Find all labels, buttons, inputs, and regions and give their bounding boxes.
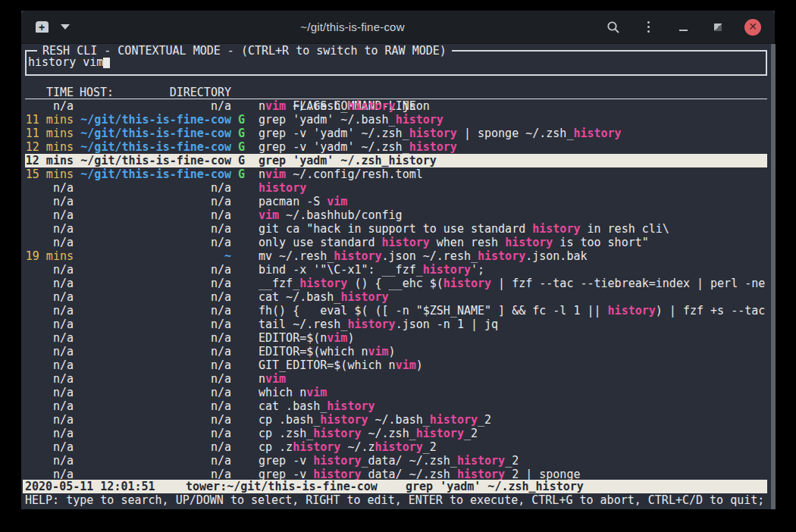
row-command: grep -v 'yadm' ~/.zsh_history [259,140,767,154]
row-flags [238,277,252,290]
history-row[interactable]: n/an/anvim [25,372,767,386]
row-flags [238,427,252,440]
row-flags [238,318,252,331]
history-row[interactable]: n/an/aEDITOR=$(which nvim) [25,345,767,358]
row-command: bind -x '"\C-x1": __fzf_history'; [259,263,767,277]
row-command: only use standard history when resh hist… [259,236,767,249]
row-flags [238,386,252,399]
menu-button[interactable] [640,19,657,36]
row-directory: ~/git/this-is-fine-cow [80,140,231,154]
row-time: n/a [25,290,74,304]
row-directory: n/a [80,318,231,331]
row-command: cat .bash_history [259,399,767,413]
header-directory: DIRECTORY [170,86,231,99]
history-row[interactable]: n/an/acp .zsh_history ~/.zsh_history_2 [25,427,767,440]
row-flags [238,440,252,454]
terminal-window: + ~/git/this-is-fine-cow [21,11,775,509]
history-row[interactable]: n/an/acat ~/.bash_history [25,290,767,304]
close-button[interactable]: ✕ [744,19,761,36]
history-list: n/an/anvim ~/.resh_history.json11 mins~/… [25,99,767,481]
history-row[interactable]: 11 mins~/git/this-is-fine-cowGgrep 'yadm… [25,113,767,127]
search-button[interactable] [605,19,622,36]
history-row[interactable]: n/an/agrep -v history_data/ ~/.zsh_histo… [25,454,767,468]
row-time: n/a [25,386,74,399]
history-row[interactable]: 11 mins~/git/this-is-fine-cowGgrep -v 'y… [25,127,767,140]
row-command: pacman -S vim [259,195,767,208]
row-time: n/a [25,277,74,290]
row-time: n/a [25,399,74,413]
restore-button[interactable] [710,19,726,36]
row-command: grep -v history_data/ ~/.zsh_history_2 [259,454,767,468]
row-directory: n/a [80,358,231,372]
history-row[interactable]: n/an/aEDITOR=$(nvim) [25,331,767,345]
row-time: 19 mins [25,249,74,263]
history-row[interactable]: n/an/acp .zhistory ~/.zhistory_2 [25,440,767,454]
row-time: n/a [25,318,74,331]
history-row[interactable]: n/an/abind -x '"\C-x1": __fzf_history'; [25,263,767,277]
history-row[interactable]: n/an/aGIT_EDITOR=$(which nvim) [25,358,767,372]
history-row[interactable]: n/an/afh() { eval $( ([ -n "$ZSH_NAME" ]… [25,304,767,318]
history-row[interactable]: n/an/apacman -S vim [25,195,767,208]
row-command: cp .bash_history ~/.bash_history_2 [259,413,767,427]
row-command: grep -v 'yadm' ~/.zsh_history | sponge ~… [259,127,767,140]
history-row[interactable]: n/an/a__fzf_history () { __ehc $(history… [25,277,767,290]
row-time: n/a [25,413,74,427]
row-time: n/a [25,331,74,345]
help-line: HELP: type to search, UP/DOWN to select,… [25,493,764,507]
row-flags [238,290,252,304]
history-row[interactable]: 15 mins~/git/this-is-fine-cowGnvim ~/.co… [25,167,767,181]
row-time: 11 mins [25,113,74,127]
row-directory: n/a [80,277,231,290]
row-time: n/a [25,358,74,372]
row-directory: n/a [80,208,231,222]
history-row[interactable]: n/an/acat .bash_history [25,399,767,413]
row-time: 11 mins [25,127,74,140]
row-directory: n/a [80,454,231,468]
row-directory: ~/git/this-is-fine-cow [80,167,231,181]
row-command: vim ~/.bashhub/config [259,208,767,222]
status-bar: 2020-05-11 12:01:51 tower:~/git/this-is-… [23,480,767,493]
row-flags [238,249,252,263]
search-box: RESH CLI - CONTEXTUAL MODE - (CTRL+R to … [25,50,767,76]
row-time: n/a [25,222,74,236]
row-command: history [259,181,767,195]
row-flags: G [238,127,252,140]
row-directory: ~/git/this-is-fine-cow [80,154,231,167]
history-row[interactable]: n/an/acp .bash_history ~/.bash_history_2 [25,413,767,427]
new-tab-button[interactable]: + [32,18,52,36]
row-command: EDITOR=$(which nvim) [259,345,767,358]
row-command: GIT_EDITOR=$(which nvim) [259,358,767,372]
history-row-selected[interactable]: 12 mins~/git/this-is-fine-cowGgrep 'yadm… [25,154,767,167]
row-time: n/a [25,181,74,195]
row-time: n/a [25,263,74,277]
row-time: n/a [25,454,74,468]
minimize-button[interactable] [675,19,691,36]
new-tab-icon: + [36,21,49,33]
search-icon [606,20,620,34]
history-row[interactable]: n/an/anvim ~/.resh_history.json [25,99,767,113]
history-row[interactable]: n/an/aonly use standard history when res… [25,236,767,249]
history-row[interactable]: n/an/atail ~/.resh_history.json -n 1 | j… [25,318,767,331]
row-time: 12 mins [25,140,74,154]
row-time: 12 mins [25,154,74,167]
row-directory: n/a [80,181,231,195]
header-host: HOST: [80,86,114,99]
tab-switcher-button[interactable] [61,24,70,30]
row-flags [238,413,252,427]
row-directory: n/a [80,263,231,277]
row-command: fh() { eval $( ([ -n "$ZSH_NAME" ] && fc… [259,304,767,318]
history-row[interactable]: 19 mins~mv ~/.resh_history.json ~/.resh_… [25,249,767,263]
history-row[interactable]: n/an/avim ~/.bashhub/config [25,208,767,222]
history-row[interactable]: n/an/ahistory [25,181,767,195]
row-command: git ca "hack in support to use standard … [259,222,767,236]
text-cursor [103,56,110,68]
row-time: n/a [25,99,74,113]
history-row[interactable]: n/an/agit ca "hack in support to use sta… [25,222,767,236]
history-row[interactable]: n/an/awhich nvim [25,386,767,399]
row-command: cp .zhistory ~/.zhistory_2 [259,440,767,454]
row-flags [238,99,252,113]
scrollbar[interactable] [771,44,776,509]
row-time: n/a [25,195,74,208]
history-row[interactable]: 12 mins~/git/this-is-fine-cowGgrep -v 'y… [25,140,767,154]
row-command: nvim ~/.config/resh.toml [259,167,767,181]
